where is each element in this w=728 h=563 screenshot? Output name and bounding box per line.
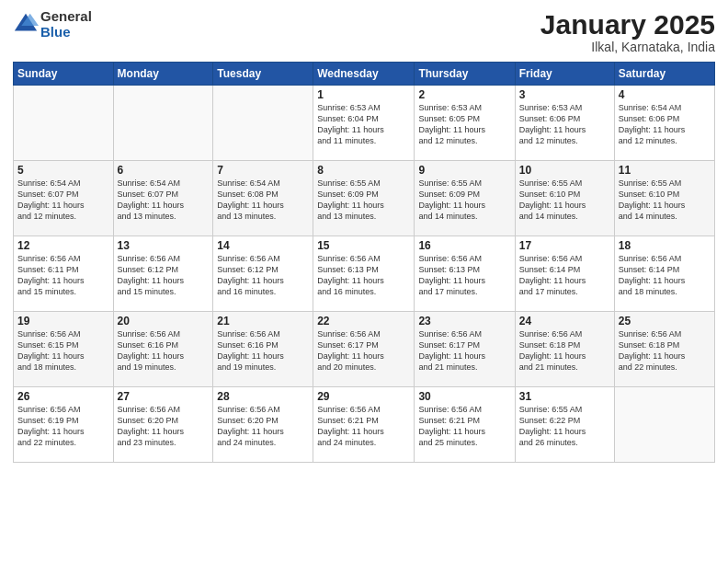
day-info: Sunrise: 6:56 AM Sunset: 6:14 PM Dayligh…	[619, 253, 711, 298]
calendar-cell: 11Sunrise: 6:55 AM Sunset: 6:10 PM Dayli…	[614, 161, 714, 236]
day-number: 9	[418, 164, 510, 177]
day-number: 26	[17, 390, 109, 403]
calendar-cell: 10Sunrise: 6:55 AM Sunset: 6:10 PM Dayli…	[515, 161, 614, 236]
day-info: Sunrise: 6:53 AM Sunset: 6:04 PM Dayligh…	[317, 102, 410, 147]
calendar-cell: 14Sunrise: 6:56 AM Sunset: 6:12 PM Dayli…	[213, 236, 313, 312]
day-info: Sunrise: 6:56 AM Sunset: 6:20 PM Dayligh…	[217, 404, 309, 449]
calendar-cell: 20Sunrise: 6:56 AM Sunset: 6:16 PM Dayli…	[113, 312, 213, 387]
day-number: 31	[519, 390, 610, 403]
day-info: Sunrise: 6:56 AM Sunset: 6:18 PM Dayligh…	[519, 328, 610, 373]
day-info: Sunrise: 6:55 AM Sunset: 6:09 PM Dayligh…	[317, 178, 410, 223]
logo-blue-text: Blue	[40, 25, 92, 40]
day-info: Sunrise: 6:56 AM Sunset: 6:14 PM Dayligh…	[519, 253, 610, 298]
day-info: Sunrise: 6:56 AM Sunset: 6:17 PM Dayligh…	[317, 328, 410, 373]
calendar-cell: 30Sunrise: 6:56 AM Sunset: 6:21 PM Dayli…	[415, 387, 515, 463]
day-number: 14	[217, 239, 309, 252]
calendar-cell: 25Sunrise: 6:56 AM Sunset: 6:18 PM Dayli…	[614, 312, 714, 387]
day-info: Sunrise: 6:56 AM Sunset: 6:17 PM Dayligh…	[418, 328, 510, 373]
day-number: 22	[317, 315, 410, 327]
calendar-cell: 19Sunrise: 6:56 AM Sunset: 6:15 PM Dayli…	[14, 312, 114, 387]
page: General Blue January 2025 Ilkal, Karnata…	[0, 0, 728, 563]
calendar-table: SundayMondayTuesdayWednesdayThursdayFrid…	[13, 62, 715, 463]
day-number: 12	[17, 239, 109, 252]
col-header-wednesday: Wednesday	[313, 63, 415, 86]
day-number: 13	[118, 239, 210, 252]
calendar-cell: 3Sunrise: 6:53 AM Sunset: 6:06 PM Daylig…	[515, 86, 614, 161]
calendar-cell	[113, 86, 213, 161]
col-header-friday: Friday	[515, 63, 614, 86]
day-info: Sunrise: 6:55 AM Sunset: 6:10 PM Dayligh…	[519, 178, 610, 223]
calendar-cell: 26Sunrise: 6:56 AM Sunset: 6:19 PM Dayli…	[14, 387, 114, 463]
col-header-saturday: Saturday	[614, 63, 714, 86]
day-info: Sunrise: 6:55 AM Sunset: 6:09 PM Dayligh…	[418, 178, 510, 223]
day-number: 17	[519, 239, 610, 252]
day-info: Sunrise: 6:55 AM Sunset: 6:10 PM Dayligh…	[619, 178, 711, 223]
day-info: Sunrise: 6:54 AM Sunset: 6:06 PM Dayligh…	[619, 102, 711, 147]
day-info: Sunrise: 6:54 AM Sunset: 6:07 PM Dayligh…	[118, 178, 210, 223]
calendar-cell: 18Sunrise: 6:56 AM Sunset: 6:14 PM Dayli…	[614, 236, 714, 312]
calendar-cell: 6Sunrise: 6:54 AM Sunset: 6:07 PM Daylig…	[113, 161, 213, 236]
col-header-sunday: Sunday	[14, 63, 114, 86]
day-number: 15	[317, 239, 410, 252]
day-info: Sunrise: 6:56 AM Sunset: 6:18 PM Dayligh…	[619, 328, 711, 373]
day-info: Sunrise: 6:53 AM Sunset: 6:05 PM Dayligh…	[418, 102, 510, 147]
day-number: 25	[619, 315, 711, 327]
day-number: 11	[619, 164, 711, 177]
calendar-cell: 24Sunrise: 6:56 AM Sunset: 6:18 PM Dayli…	[515, 312, 614, 387]
title-block: January 2025 Ilkal, Karnataka, India	[540, 9, 715, 54]
col-header-tuesday: Tuesday	[213, 63, 313, 86]
day-info: Sunrise: 6:56 AM Sunset: 6:13 PM Dayligh…	[317, 253, 410, 298]
day-info: Sunrise: 6:53 AM Sunset: 6:06 PM Dayligh…	[519, 102, 610, 147]
day-info: Sunrise: 6:56 AM Sunset: 6:21 PM Dayligh…	[317, 404, 410, 449]
calendar-cell: 5Sunrise: 6:54 AM Sunset: 6:07 PM Daylig…	[14, 161, 114, 236]
calendar-week-4: 19Sunrise: 6:56 AM Sunset: 6:15 PM Dayli…	[14, 312, 715, 387]
calendar-cell: 9Sunrise: 6:55 AM Sunset: 6:09 PM Daylig…	[415, 161, 515, 236]
calendar-cell: 4Sunrise: 6:54 AM Sunset: 6:06 PM Daylig…	[614, 86, 714, 161]
calendar-cell: 17Sunrise: 6:56 AM Sunset: 6:14 PM Dayli…	[515, 236, 614, 312]
logo-general-text: General	[40, 9, 92, 25]
calendar-cell: 8Sunrise: 6:55 AM Sunset: 6:09 PM Daylig…	[313, 161, 415, 236]
calendar-cell: 7Sunrise: 6:54 AM Sunset: 6:08 PM Daylig…	[213, 161, 313, 236]
day-number: 7	[217, 164, 309, 177]
header: General Blue January 2025 Ilkal, Karnata…	[13, 9, 715, 54]
day-info: Sunrise: 6:56 AM Sunset: 6:15 PM Dayligh…	[17, 328, 109, 373]
calendar-week-1: 1Sunrise: 6:53 AM Sunset: 6:04 PM Daylig…	[14, 86, 715, 161]
day-number: 16	[418, 239, 510, 252]
day-info: Sunrise: 6:56 AM Sunset: 6:21 PM Dayligh…	[418, 404, 510, 449]
day-info: Sunrise: 6:54 AM Sunset: 6:08 PM Dayligh…	[217, 178, 309, 223]
calendar-cell: 23Sunrise: 6:56 AM Sunset: 6:17 PM Dayli…	[415, 312, 515, 387]
calendar-cell: 1Sunrise: 6:53 AM Sunset: 6:04 PM Daylig…	[313, 86, 415, 161]
calendar-cell	[614, 387, 714, 463]
day-info: Sunrise: 6:56 AM Sunset: 6:13 PM Dayligh…	[418, 253, 510, 298]
col-header-thursday: Thursday	[415, 63, 515, 86]
day-info: Sunrise: 6:56 AM Sunset: 6:16 PM Dayligh…	[217, 328, 309, 373]
day-number: 21	[217, 315, 309, 327]
day-number: 6	[118, 164, 210, 177]
calendar-week-5: 26Sunrise: 6:56 AM Sunset: 6:19 PM Dayli…	[14, 387, 715, 463]
day-number: 4	[619, 88, 711, 101]
day-number: 18	[619, 239, 711, 252]
day-number: 2	[418, 88, 510, 101]
day-number: 8	[317, 164, 410, 177]
day-number: 28	[217, 390, 309, 403]
day-number: 29	[317, 390, 410, 403]
day-info: Sunrise: 6:56 AM Sunset: 6:12 PM Dayligh…	[118, 253, 210, 298]
calendar-week-3: 12Sunrise: 6:56 AM Sunset: 6:11 PM Dayli…	[14, 236, 715, 312]
day-number: 3	[519, 88, 610, 101]
page-subtitle: Ilkal, Karnataka, India	[540, 40, 715, 54]
logo-text: General Blue	[40, 9, 92, 40]
page-title: January 2025	[540, 9, 715, 40]
calendar-cell: 12Sunrise: 6:56 AM Sunset: 6:11 PM Dayli…	[14, 236, 114, 312]
day-info: Sunrise: 6:56 AM Sunset: 6:16 PM Dayligh…	[118, 328, 210, 373]
calendar-cell: 16Sunrise: 6:56 AM Sunset: 6:13 PM Dayli…	[415, 236, 515, 312]
day-number: 24	[519, 315, 610, 327]
day-number: 1	[317, 88, 410, 101]
calendar-cell: 27Sunrise: 6:56 AM Sunset: 6:20 PM Dayli…	[113, 387, 213, 463]
calendar-cell: 29Sunrise: 6:56 AM Sunset: 6:21 PM Dayli…	[313, 387, 415, 463]
day-number: 19	[17, 315, 109, 327]
day-info: Sunrise: 6:55 AM Sunset: 6:22 PM Dayligh…	[519, 404, 610, 449]
calendar-week-2: 5Sunrise: 6:54 AM Sunset: 6:07 PM Daylig…	[14, 161, 715, 236]
day-number: 20	[118, 315, 210, 327]
day-number: 5	[17, 164, 109, 177]
calendar-cell: 28Sunrise: 6:56 AM Sunset: 6:20 PM Dayli…	[213, 387, 313, 463]
